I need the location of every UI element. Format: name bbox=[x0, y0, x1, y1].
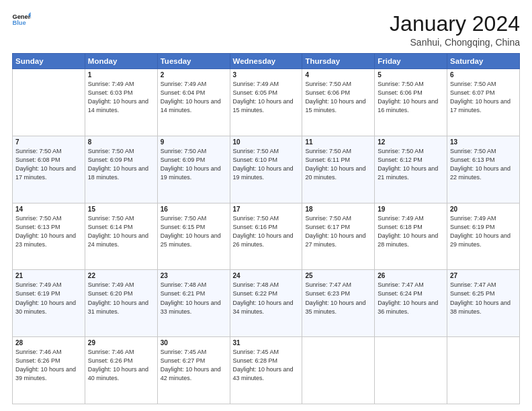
day-cell bbox=[447, 337, 520, 404]
day-info: Sunrise: 7:49 AM Sunset: 6:20 PM Dayligh… bbox=[88, 281, 154, 316]
day-info: Sunrise: 7:50 AM Sunset: 6:12 PM Dayligh… bbox=[378, 147, 444, 182]
main-title: January 2024 bbox=[390, 12, 520, 36]
subtitle: Sanhui, Chongqing, China bbox=[390, 37, 520, 48]
day-info: Sunrise: 7:47 AM Sunset: 6:25 PM Dayligh… bbox=[450, 281, 517, 316]
day-cell: 13Sunrise: 7:50 AM Sunset: 6:13 PM Dayli… bbox=[447, 136, 520, 203]
day-info: Sunrise: 7:48 AM Sunset: 6:21 PM Dayligh… bbox=[161, 281, 227, 316]
day-number: 7 bbox=[15, 138, 82, 146]
day-number: 11 bbox=[305, 138, 371, 146]
day-number: 8 bbox=[88, 138, 154, 146]
day-info: Sunrise: 7:50 AM Sunset: 6:09 PM Dayligh… bbox=[88, 147, 154, 182]
day-number: 16 bbox=[161, 205, 227, 213]
day-info: Sunrise: 7:47 AM Sunset: 6:24 PM Dayligh… bbox=[378, 281, 444, 316]
day-number: 31 bbox=[233, 339, 300, 347]
day-cell: 9Sunrise: 7:50 AM Sunset: 6:09 PM Daylig… bbox=[157, 136, 230, 203]
day-info: Sunrise: 7:50 AM Sunset: 6:06 PM Dayligh… bbox=[305, 80, 371, 115]
week-row-1: 1Sunrise: 7:49 AM Sunset: 6:03 PM Daylig… bbox=[13, 69, 520, 136]
col-header-friday: Friday bbox=[375, 54, 447, 69]
col-header-monday: Monday bbox=[85, 54, 157, 69]
week-row-4: 21Sunrise: 7:49 AM Sunset: 6:19 PM Dayli… bbox=[13, 270, 520, 337]
day-cell: 14Sunrise: 7:50 AM Sunset: 6:13 PM Dayli… bbox=[13, 203, 85, 270]
day-info: Sunrise: 7:48 AM Sunset: 6:22 PM Dayligh… bbox=[233, 281, 300, 316]
day-info: Sunrise: 7:45 AM Sunset: 6:28 PM Dayligh… bbox=[233, 348, 300, 383]
day-number: 28 bbox=[15, 339, 82, 347]
day-number: 26 bbox=[378, 272, 444, 279]
day-info: Sunrise: 7:46 AM Sunset: 6:26 PM Dayligh… bbox=[88, 348, 154, 383]
day-info: Sunrise: 7:49 AM Sunset: 6:19 PM Dayligh… bbox=[450, 214, 517, 249]
day-info: Sunrise: 7:50 AM Sunset: 6:06 PM Dayligh… bbox=[378, 80, 444, 115]
day-cell bbox=[13, 69, 85, 136]
week-row-5: 28Sunrise: 7:46 AM Sunset: 6:26 PM Dayli… bbox=[13, 337, 520, 404]
day-cell: 21Sunrise: 7:49 AM Sunset: 6:19 PM Dayli… bbox=[13, 270, 85, 337]
col-header-saturday: Saturday bbox=[447, 54, 520, 69]
day-number: 25 bbox=[305, 272, 371, 279]
day-cell: 20Sunrise: 7:49 AM Sunset: 6:19 PM Dayli… bbox=[447, 203, 520, 270]
day-number: 4 bbox=[305, 71, 371, 79]
day-cell: 31Sunrise: 7:45 AM Sunset: 6:28 PM Dayli… bbox=[230, 337, 302, 404]
day-cell: 17Sunrise: 7:50 AM Sunset: 6:16 PM Dayli… bbox=[230, 203, 302, 270]
day-number: 19 bbox=[378, 205, 444, 213]
day-cell: 28Sunrise: 7:46 AM Sunset: 6:26 PM Dayli… bbox=[13, 337, 85, 404]
svg-text:Blue: Blue bbox=[12, 19, 26, 26]
day-number: 15 bbox=[88, 205, 154, 213]
day-number: 10 bbox=[233, 138, 300, 146]
day-number: 24 bbox=[233, 272, 300, 279]
day-info: Sunrise: 7:50 AM Sunset: 6:13 PM Dayligh… bbox=[15, 214, 82, 249]
logo: General Blue bbox=[12, 12, 31, 27]
day-info: Sunrise: 7:49 AM Sunset: 6:18 PM Dayligh… bbox=[378, 214, 444, 249]
day-number: 12 bbox=[378, 138, 444, 146]
day-number: 9 bbox=[161, 138, 227, 146]
day-info: Sunrise: 7:50 AM Sunset: 6:07 PM Dayligh… bbox=[450, 80, 517, 115]
day-number: 14 bbox=[15, 205, 82, 213]
day-cell: 19Sunrise: 7:49 AM Sunset: 6:18 PM Dayli… bbox=[375, 203, 447, 270]
day-cell: 3Sunrise: 7:49 AM Sunset: 6:05 PM Daylig… bbox=[230, 69, 302, 136]
header: General Blue January 2024 Sanhui, Chongq… bbox=[12, 12, 520, 48]
day-cell: 26Sunrise: 7:47 AM Sunset: 6:24 PM Dayli… bbox=[375, 270, 447, 337]
day-cell: 7Sunrise: 7:50 AM Sunset: 6:08 PM Daylig… bbox=[13, 136, 85, 203]
day-cell: 5Sunrise: 7:50 AM Sunset: 6:06 PM Daylig… bbox=[375, 69, 447, 136]
day-number: 13 bbox=[450, 138, 517, 146]
day-number: 27 bbox=[450, 272, 517, 279]
day-info: Sunrise: 7:50 AM Sunset: 6:10 PM Dayligh… bbox=[233, 147, 300, 182]
day-number: 29 bbox=[88, 339, 154, 347]
day-number: 18 bbox=[305, 205, 371, 213]
day-cell: 15Sunrise: 7:50 AM Sunset: 6:14 PM Dayli… bbox=[85, 203, 157, 270]
day-cell: 27Sunrise: 7:47 AM Sunset: 6:25 PM Dayli… bbox=[447, 270, 520, 337]
week-row-2: 7Sunrise: 7:50 AM Sunset: 6:08 PM Daylig… bbox=[13, 136, 520, 203]
col-header-sunday: Sunday bbox=[13, 54, 85, 69]
day-info: Sunrise: 7:50 AM Sunset: 6:11 PM Dayligh… bbox=[305, 147, 371, 182]
day-info: Sunrise: 7:50 AM Sunset: 6:16 PM Dayligh… bbox=[233, 214, 300, 249]
day-cell: 24Sunrise: 7:48 AM Sunset: 6:22 PM Dayli… bbox=[230, 270, 302, 337]
day-cell: 6Sunrise: 7:50 AM Sunset: 6:07 PM Daylig… bbox=[447, 69, 520, 136]
day-number: 17 bbox=[233, 205, 300, 213]
day-info: Sunrise: 7:50 AM Sunset: 6:09 PM Dayligh… bbox=[161, 147, 227, 182]
day-number: 30 bbox=[161, 339, 227, 347]
day-number: 6 bbox=[450, 71, 517, 79]
day-number: 5 bbox=[378, 71, 444, 79]
day-info: Sunrise: 7:49 AM Sunset: 6:04 PM Dayligh… bbox=[161, 80, 227, 115]
day-cell: 23Sunrise: 7:48 AM Sunset: 6:21 PM Dayli… bbox=[157, 270, 230, 337]
col-header-thursday: Thursday bbox=[302, 54, 375, 69]
day-number: 23 bbox=[161, 272, 227, 279]
day-cell: 30Sunrise: 7:45 AM Sunset: 6:27 PM Dayli… bbox=[157, 337, 230, 404]
day-cell: 2Sunrise: 7:49 AM Sunset: 6:04 PM Daylig… bbox=[157, 69, 230, 136]
day-cell: 4Sunrise: 7:50 AM Sunset: 6:06 PM Daylig… bbox=[302, 69, 375, 136]
day-info: Sunrise: 7:50 AM Sunset: 6:14 PM Dayligh… bbox=[88, 214, 154, 249]
day-number: 21 bbox=[15, 272, 82, 279]
day-info: Sunrise: 7:45 AM Sunset: 6:27 PM Dayligh… bbox=[161, 348, 227, 383]
day-cell: 1Sunrise: 7:49 AM Sunset: 6:03 PM Daylig… bbox=[85, 69, 157, 136]
title-block: January 2024 Sanhui, Chongqing, China bbox=[390, 12, 520, 48]
day-number: 2 bbox=[161, 71, 227, 79]
day-cell: 22Sunrise: 7:49 AM Sunset: 6:20 PM Dayli… bbox=[85, 270, 157, 337]
day-cell: 8Sunrise: 7:50 AM Sunset: 6:09 PM Daylig… bbox=[85, 136, 157, 203]
col-header-tuesday: Tuesday bbox=[157, 54, 230, 69]
day-info: Sunrise: 7:46 AM Sunset: 6:26 PM Dayligh… bbox=[15, 348, 82, 383]
day-info: Sunrise: 7:49 AM Sunset: 6:19 PM Dayligh… bbox=[15, 281, 82, 316]
day-cell bbox=[302, 337, 375, 404]
day-info: Sunrise: 7:49 AM Sunset: 6:03 PM Dayligh… bbox=[88, 80, 154, 115]
day-info: Sunrise: 7:50 AM Sunset: 6:13 PM Dayligh… bbox=[450, 147, 517, 182]
logo-icon: General Blue bbox=[12, 12, 31, 27]
week-row-3: 14Sunrise: 7:50 AM Sunset: 6:13 PM Dayli… bbox=[13, 203, 520, 270]
day-cell: 10Sunrise: 7:50 AM Sunset: 6:10 PM Dayli… bbox=[230, 136, 302, 203]
day-info: Sunrise: 7:47 AM Sunset: 6:23 PM Dayligh… bbox=[305, 281, 371, 316]
